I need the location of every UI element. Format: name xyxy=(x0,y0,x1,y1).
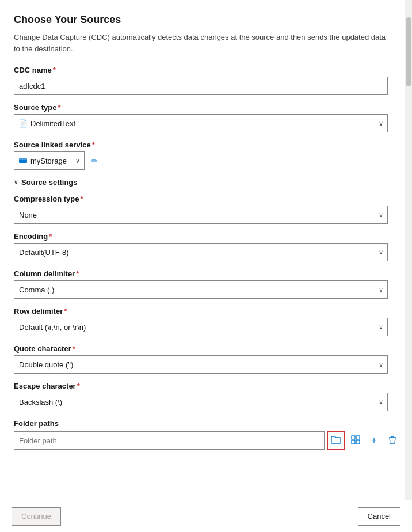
escape-character-label: Escape character* xyxy=(14,382,400,390)
folder-browse-icon xyxy=(331,435,341,446)
page-description: Change Data Capture (CDC) automatically … xyxy=(14,32,394,54)
column-delimiter-group: Column delimiter* Comma (,) ∨ xyxy=(14,269,400,299)
required-star-5: * xyxy=(49,232,52,241)
source-settings-chevron-icon: ∨ xyxy=(14,179,18,185)
source-linked-service-row: myStorage ∨ ✏ xyxy=(14,151,400,170)
escape-character-group: Escape character* Backslash (\) ∨ xyxy=(14,382,400,411)
escape-character-select[interactable]: Backslash (\) xyxy=(14,393,388,411)
required-star-4: * xyxy=(80,195,83,203)
row-delimiter-label: Row delimiter* xyxy=(14,307,400,316)
row-delimiter-select[interactable]: Default (\r,\n, or \r\n) xyxy=(14,318,388,336)
required-star-3: * xyxy=(92,140,95,149)
source-type-select[interactable]: DelimitedText xyxy=(14,114,388,132)
delete-folder-path-button[interactable] xyxy=(384,431,400,450)
source-type-group: Source type* 📄 DelimitedText ∨ xyxy=(14,103,400,132)
compression-type-group: Compression type* None ∨ xyxy=(14,195,400,224)
footer-bar: Continue Cancel xyxy=(0,500,412,532)
edit-icon: ✏ xyxy=(91,157,98,165)
page-title: Choose Your Sources xyxy=(14,14,400,26)
folder-paths-group: Folder paths xyxy=(14,419,400,450)
svg-rect-5 xyxy=(356,440,360,444)
folder-paths-label: Folder paths xyxy=(14,419,400,428)
scrollbar[interactable] xyxy=(405,0,412,532)
quote-character-group: Quote character* Double quote (") ∨ xyxy=(14,344,400,374)
svg-rect-4 xyxy=(352,440,355,444)
compression-type-select-wrapper: None ∨ xyxy=(14,206,388,224)
source-linked-service-group: Source linked service* myStorage ∨ ✏ xyxy=(14,140,400,170)
required-star-9: * xyxy=(77,382,80,390)
cdc-name-input[interactable] xyxy=(14,77,388,95)
svg-rect-2 xyxy=(352,436,355,439)
browse-folder-button[interactable] xyxy=(327,431,345,450)
quote-character-select[interactable]: Double quote (") xyxy=(14,355,388,374)
continue-button[interactable]: Continue xyxy=(12,507,61,526)
escape-character-select-wrapper: Backslash (\) ∨ xyxy=(14,393,388,411)
quote-character-select-wrapper: Double quote (") ∨ xyxy=(14,355,388,374)
grid-icon xyxy=(351,435,360,446)
quote-character-label: Quote character* xyxy=(14,344,400,353)
encoding-select[interactable]: Default(UTF-8) xyxy=(14,243,388,261)
encoding-group: Encoding* Default(UTF-8) ∨ xyxy=(14,232,400,261)
required-star-7: * xyxy=(64,307,67,316)
add-folder-path-button[interactable]: + xyxy=(366,431,382,450)
required-star-6: * xyxy=(76,269,79,278)
source-linked-service-label: Source linked service* xyxy=(14,140,400,149)
plus-icon: + xyxy=(371,435,377,447)
required-star-8: * xyxy=(73,344,75,353)
required-star: * xyxy=(53,66,56,74)
compression-type-label: Compression type* xyxy=(14,195,400,203)
storage-select-wrapper: myStorage ∨ xyxy=(14,151,85,170)
source-settings-label: Source settings xyxy=(21,178,78,187)
cancel-button[interactable]: Cancel xyxy=(358,507,400,526)
source-type-label: Source type* xyxy=(14,103,400,112)
column-delimiter-label: Column delimiter* xyxy=(14,269,400,278)
folder-path-row: + xyxy=(14,431,400,450)
trash-icon xyxy=(388,435,396,446)
source-type-select-wrapper: 📄 DelimitedText ∨ xyxy=(14,114,388,132)
scrollbar-thumb[interactable] xyxy=(406,17,411,86)
required-star-2: * xyxy=(58,103,60,112)
edit-linked-service-button[interactable]: ✏ xyxy=(89,154,100,168)
column-delimiter-select[interactable]: Comma (,) xyxy=(14,280,388,299)
encoding-select-wrapper: Default(UTF-8) ∨ xyxy=(14,243,388,261)
folder-path-input[interactable] xyxy=(14,431,325,450)
source-settings-section[interactable]: ∨ Source settings xyxy=(14,178,400,187)
row-delimiter-select-wrapper: Default (\r,\n, or \r\n) ∨ xyxy=(14,318,388,336)
svg-rect-3 xyxy=(356,436,360,439)
column-delimiter-select-wrapper: Comma (,) ∨ xyxy=(14,280,388,299)
encoding-label: Encoding* xyxy=(14,232,400,241)
source-linked-service-select[interactable]: myStorage xyxy=(14,151,85,170)
grid-view-button[interactable] xyxy=(348,431,364,450)
main-panel: Choose Your Sources Change Data Capture … xyxy=(0,0,412,532)
compression-type-select[interactable]: None xyxy=(14,206,388,224)
row-delimiter-group: Row delimiter* Default (\r,\n, or \r\n) … xyxy=(14,307,400,336)
cdc-name-group: CDC name* xyxy=(14,66,400,95)
cdc-name-label: CDC name* xyxy=(14,66,400,74)
